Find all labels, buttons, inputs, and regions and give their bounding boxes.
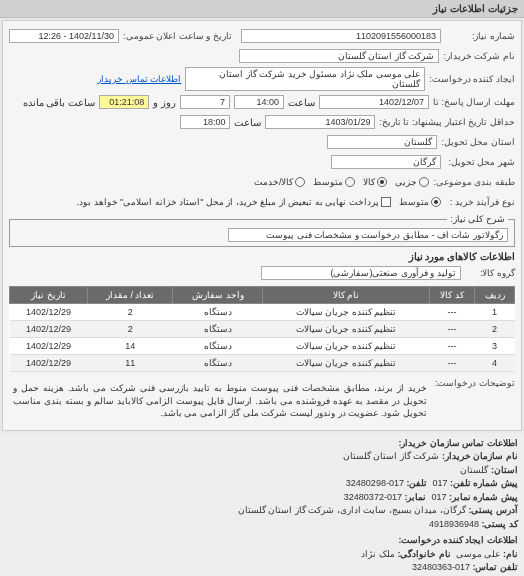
budget-opt-0[interactable]: جزیی (395, 177, 429, 187)
remain-time: 01:21:08 (99, 95, 149, 109)
pub-label: تاریخ و ساعت اعلان عمومی: (123, 31, 237, 41)
contact-panel: اطلاعات تماس سازمان خریدار: نام سازمان خ… (0, 433, 524, 576)
goods-header: اطلاعات کالاهای مورد نیاز (9, 251, 515, 262)
notes-label: توضیحات درخواست: (435, 378, 515, 388)
col-qty[interactable]: تعداد / مقدار (88, 287, 173, 304)
deadline-date: 1402/12/07 (319, 95, 429, 109)
process-radio-group: متوسط پرداخت نهایی به تبعیض از مبلغ خرید… (77, 197, 441, 207)
deadline-label: مهلت ارسال پاسخ: تا (433, 97, 515, 107)
fax-pre-value: 017 (431, 492, 446, 502)
zip-value: 4918936948 (429, 519, 479, 529)
fax-value: 017-32480372 (344, 492, 402, 502)
title-fieldset: شرح کلی نیاز: رگولاتور شات اف - مطابق در… (9, 214, 515, 247)
creator-label: ایجاد کننده درخواست: (429, 74, 515, 84)
cell-n: 1 (475, 304, 515, 321)
fax-label: نمابر: (404, 492, 426, 502)
cell-n: 2 (475, 321, 515, 338)
creator-header: اطلاعات ایجاد کننده درخواست: (6, 534, 518, 548)
city-field: گرگان (331, 155, 441, 169)
remain-suffix: ساعت باقی مانده (23, 97, 96, 108)
radio-icon (345, 177, 355, 187)
cell-date: 1402/12/29 (10, 355, 88, 372)
cell-date: 1402/12/29 (10, 304, 88, 321)
c-province-value: گلستان (460, 465, 488, 475)
cell-qty: 2 (88, 321, 173, 338)
req-no-field: 1102091556000183 (241, 29, 441, 43)
cell-name: تنظیم کننده جریان سیالات (263, 355, 429, 372)
cell-name: تنظیم کننده جریان سیالات (263, 321, 429, 338)
budget-opt-1[interactable]: کالا (363, 177, 387, 187)
col-date[interactable]: تاریخ نیاز (10, 287, 88, 304)
lname-value: ملک نژاد (361, 549, 395, 559)
lname-label: نام خانوادگی: (397, 549, 451, 559)
title-field: رگولاتور شات اف - مطابق درخواست و مشخصات… (228, 228, 508, 242)
radio-icon (295, 177, 305, 187)
process-label: نوع فرآیند خرید : (445, 197, 515, 207)
cell-code: --- (429, 304, 474, 321)
cell-unit: دستگاه (173, 355, 263, 372)
remain-days: 7 (180, 95, 230, 109)
cell-qty: 11 (88, 355, 173, 372)
form-panel: شماره نیاز: 1102091556000183 تاریخ و ساع… (2, 20, 522, 431)
cell-code: --- (429, 338, 474, 355)
radio-icon (431, 197, 441, 207)
name-label: نام: (503, 549, 518, 559)
notes-text: خرید از برند، مطابق مشخصات فنی پیوست منو… (9, 378, 431, 424)
req-no-label: شماره نیاز: (445, 31, 515, 41)
process-opt-0[interactable]: متوسط (399, 197, 441, 207)
cell-name: تنظیم کننده جریان سیالات (263, 304, 429, 321)
title-legend: شرح کلی نیاز: (447, 214, 508, 224)
table-row[interactable]: 4---تنظیم کننده جریان سیالاتدستگاه111402… (10, 355, 515, 372)
group-field: تولید و فرآوری صنعتی(سفارشی) (261, 266, 461, 280)
table-row[interactable]: 1---تنظیم کننده جریان سیالاتدستگاه21402/… (10, 304, 515, 321)
cell-unit: دستگاه (173, 338, 263, 355)
budget-opt-2[interactable]: متوسط (313, 177, 355, 187)
phone-value: 017-32480298 (346, 478, 404, 488)
contact-header: اطلاعات تماس سازمان خریدار: (6, 437, 518, 451)
time-label: ساعت (288, 97, 315, 108)
budget-label: طبقه بندی موضوعی: (433, 177, 515, 187)
checkbox-icon (381, 197, 391, 207)
phone-label: تلفن: (406, 478, 427, 488)
cell-n: 4 (475, 355, 515, 372)
cphone-value: 017-32480363 (412, 562, 470, 572)
group-label: گروه کالا: (465, 268, 515, 278)
name-value: علی موسی (456, 549, 501, 559)
radio-icon (419, 177, 429, 187)
budget-opt-3[interactable]: کالا/خدمت (254, 177, 306, 187)
validity-date: 1403/01/29 (265, 115, 375, 129)
org-value: شرکت گاز استان گلستان (343, 451, 440, 461)
c-province-label: استان: (491, 465, 518, 475)
cell-code: --- (429, 321, 474, 338)
fax-pre-label: پیش شماره نمابر: (449, 492, 518, 502)
city-label: شهر محل تحویل: (445, 157, 515, 167)
col-name[interactable]: نام کالا (263, 287, 429, 304)
addr-value: گرگان، میدان بسیج، سایت اداری، شرکت گاز … (238, 505, 466, 515)
budget-radio-group: جزیی کالا متوسط کالا/خدمت (254, 177, 430, 187)
pub-date-field: 1402/11/30 - 12:26 (9, 29, 119, 43)
table-row[interactable]: 2---تنظیم کننده جریان سیالاتدستگاه21402/… (10, 321, 515, 338)
goods-table: ردیف کد کالا نام کالا واحد سفارش تعداد /… (9, 286, 515, 372)
validity-time: 18:00 (180, 115, 230, 129)
cell-date: 1402/12/29 (10, 338, 88, 355)
col-n[interactable]: ردیف (475, 287, 515, 304)
remain-days-label: روز و (153, 97, 176, 108)
cell-qty: 2 (88, 304, 173, 321)
table-row[interactable]: 3---تنظیم کننده جریان سیالاتدستگاه141402… (10, 338, 515, 355)
phone-pre-label: پیش شماره تلفن: (450, 478, 518, 488)
col-unit[interactable]: واحد سفارش (173, 287, 263, 304)
process-opt-1[interactable]: پرداخت نهایی به تبعیض از مبلغ خرید، از م… (77, 197, 391, 207)
buyer-field: شرکت گاز استان گلستان (239, 49, 439, 63)
org-label: نام سازمان خریدار: (442, 451, 518, 461)
validity-label: حداقل تاریخ اعتبار پیشنهاد: تا تاریخ: (379, 117, 515, 127)
col-code[interactable]: کد کالا (429, 287, 474, 304)
addr-label: آدرس پستی: (469, 505, 519, 515)
radio-icon (377, 177, 387, 187)
province-label: استان محل تحویل: (441, 137, 515, 147)
cell-date: 1402/12/29 (10, 321, 88, 338)
province-field: گلستان (327, 135, 437, 149)
deadline-time: 14:00 (234, 95, 284, 109)
cell-n: 3 (475, 338, 515, 355)
buyer-label: نام شرکت خریدار: (443, 51, 515, 61)
contact-link[interactable]: اطلاعات تماس خریدار (97, 74, 181, 84)
